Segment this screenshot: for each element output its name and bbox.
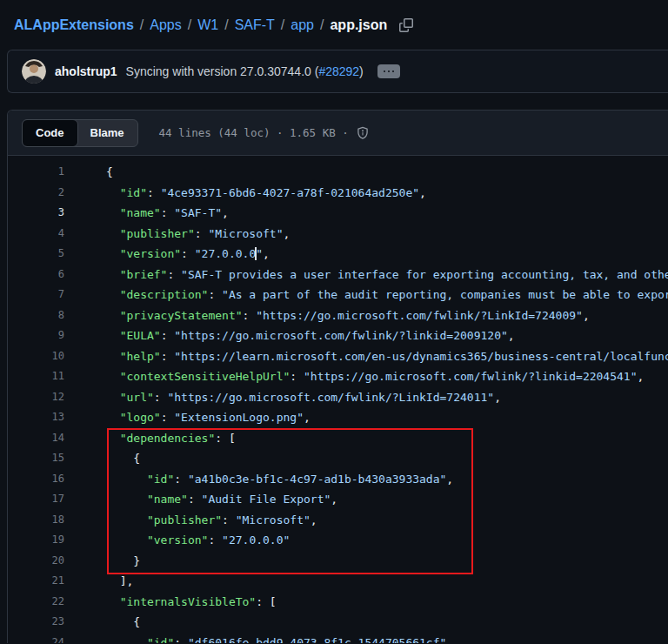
code-line-text: "contextSensitiveHelpUrl": "https://go.m… [78, 366, 644, 387]
line-number[interactable]: 11 [8, 366, 78, 387]
code-line-text: "version": "27.0.0.0" [78, 530, 290, 551]
commit-message-text: Syncing with version 27.0.30744.0 ( [126, 64, 319, 78]
code-line: 16 "id": "a41b0c3e-bf1c-4c97-ad1b-b430a3… [8, 469, 668, 490]
file-view: Code Blame 44 lines (44 loc) · 1.65 KB ·… [7, 110, 668, 643]
code-line: 10 "help": "https://learn.microsoft.com/… [8, 346, 668, 367]
line-number[interactable]: 18 [8, 510, 78, 531]
code-line: 15 { [8, 448, 668, 469]
code-line-text: "id": "df6016fe-bdd9-4073-8f1c-154470566… [78, 633, 453, 644]
breadcrumb-separator: / [182, 17, 197, 33]
code-line: 24 "id": "df6016fe-bdd9-4073-8f1c-154470… [8, 633, 668, 644]
commit-author-link[interactable]: aholstrup1 [55, 64, 117, 78]
code-line-text: "name": "Audit File Export", [78, 489, 337, 510]
pr-link[interactable]: #28292 [318, 64, 359, 78]
breadcrumb: ALAppExtensions/Apps/W1/SAF-T/app/app.js… [14, 17, 387, 33]
line-number[interactable]: 23 [8, 612, 78, 633]
code-line: 8 "privacyStatement": "https://go.micros… [8, 305, 668, 326]
line-number[interactable]: 13 [8, 407, 78, 428]
breadcrumb-separator: / [314, 17, 330, 33]
breadcrumb-link[interactable]: ALAppExtensions [14, 17, 134, 33]
code-line: 17 "name": "Audit File Export", [8, 489, 668, 510]
line-number[interactable]: 24 [8, 633, 78, 644]
code-line-text: "id": "4ce93371-6bd6-4027-a78f-021064ad2… [78, 183, 426, 204]
tab-blame[interactable]: Blame [77, 120, 137, 146]
line-number[interactable]: 20 [8, 551, 78, 572]
avatar[interactable] [22, 59, 46, 84]
line-number[interactable]: 7 [8, 285, 78, 305]
line-number[interactable]: 19 [8, 530, 78, 551]
line-number[interactable]: 2 [8, 183, 78, 204]
breadcrumb-separator: / [218, 17, 234, 33]
commit-bar: aholstrup1 Syncing with version 27.0.307… [7, 50, 668, 93]
copy-path-button[interactable] [396, 15, 417, 36]
code-line: 18 "publisher": "Microsoft", [8, 510, 668, 531]
breadcrumb-link[interactable]: W1 [197, 17, 218, 33]
shield-alert-icon[interactable] [356, 126, 370, 140]
line-number[interactable]: 15 [8, 448, 78, 469]
commit-message-suffix: ) [359, 64, 364, 78]
code-line-text: { [78, 162, 113, 183]
line-number[interactable]: 5 [8, 244, 78, 265]
code-line-text: "internalsVisibleTo": [ [78, 592, 277, 613]
code-line: 7 "description": "As a part of the audit… [8, 285, 668, 305]
code-line-text: "EULA": "https://go.microsoft.com/fwlink… [78, 325, 515, 346]
breadcrumb-separator: / [134, 17, 150, 33]
line-number[interactable]: 12 [8, 387, 78, 408]
line-number[interactable]: 16 [8, 469, 78, 490]
code-line: 3 "name": "SAF-T", [8, 203, 668, 224]
code-line: 9 "EULA": "https://go.microsoft.com/fwli… [8, 325, 668, 346]
line-number[interactable]: 8 [8, 305, 78, 326]
code-line-text: ], [78, 571, 133, 592]
code-line: 2 "id": "4ce93371-6bd6-4027-a78f-021064a… [8, 183, 668, 204]
code-line: 19 "version": "27.0.0.0" [8, 530, 668, 551]
line-number[interactable]: 22 [8, 592, 78, 613]
breadcrumb-link[interactable]: app [291, 17, 314, 33]
code-line: 22 "internalsVisibleTo": [ [8, 592, 668, 613]
code-line: 1{ [8, 162, 668, 183]
code-line-text: "description": "As a part of the audit r… [78, 285, 668, 305]
code-line: 12 "url": "https://go.microsoft.com/fwli… [8, 387, 668, 408]
code-line-text: "url": "https://go.microsoft.com/fwlink/… [78, 387, 501, 408]
code-line: 13 "logo": "ExtensionLogo.png", [8, 407, 668, 428]
code-line: 14 "dependencies": [ [8, 428, 668, 449]
commit-ellipsis-button[interactable] [377, 64, 400, 78]
file-toolbar: Code Blame 44 lines (44 loc) · 1.65 KB · [8, 111, 668, 156]
breadcrumb-row: ALAppExtensions/Apps/W1/SAF-T/app/app.js… [0, 0, 668, 40]
breadcrumb-link[interactable]: SAF-T [235, 17, 275, 33]
code-line-text: "brief": "SAF-T provides a user interfac… [78, 265, 668, 285]
line-number[interactable]: 17 [8, 489, 78, 510]
line-number[interactable]: 21 [8, 571, 78, 592]
breadcrumb-separator: / [275, 17, 291, 33]
code-line: 5 "version": "27.0.0.0", [8, 244, 668, 265]
code-line: 21 ], [8, 571, 668, 592]
line-number[interactable]: 10 [8, 346, 78, 367]
code-line-text: "id": "a41b0c3e-bf1c-4c97-ad1b-b430a3933… [78, 469, 453, 490]
code-line-text: "dependencies": [ [78, 428, 236, 449]
copy-icon [399, 18, 413, 32]
line-number[interactable]: 3 [8, 203, 78, 224]
code-line-text: } [78, 551, 140, 572]
code-line: 4 "publisher": "Microsoft", [8, 224, 668, 245]
ellipsis-icon [384, 70, 386, 73]
line-number[interactable]: 1 [8, 162, 78, 183]
code-line: 11 "contextSensitiveHelpUrl": "https://g… [8, 366, 668, 387]
code-line: 6 "brief": "SAF-T provides a user interf… [8, 265, 668, 285]
code-line-text: "publisher": "Microsoft", [78, 224, 290, 245]
code-line-text: { [78, 612, 140, 633]
line-number[interactable]: 9 [8, 325, 78, 346]
code-line-text: "logo": "ExtensionLogo.png", [78, 407, 311, 428]
code-line: 20 } [8, 551, 668, 572]
code-line-text: "name": "SAF-T", [78, 203, 229, 224]
code-line-text: "version": "27.0.0.0", [78, 244, 270, 265]
code-editor[interactable]: 1{2 "id": "4ce93371-6bd6-4027-a78f-02106… [8, 156, 668, 643]
tab-code[interactable]: Code [22, 119, 78, 147]
code-line-text: "privacyStatement": "https://go.microsof… [78, 305, 590, 326]
line-number[interactable]: 4 [8, 224, 78, 245]
breadcrumb-link[interactable]: Apps [150, 17, 181, 33]
line-number[interactable]: 14 [8, 428, 78, 449]
commit-message: Syncing with version 27.0.30744.0 (#2829… [126, 64, 364, 78]
code-line: 23 { [8, 612, 668, 633]
file-meta-text: 44 lines (44 loc) · 1.65 KB · [159, 126, 349, 139]
line-number[interactable]: 6 [8, 265, 78, 285]
breadcrumb-current: app.json [330, 17, 387, 33]
